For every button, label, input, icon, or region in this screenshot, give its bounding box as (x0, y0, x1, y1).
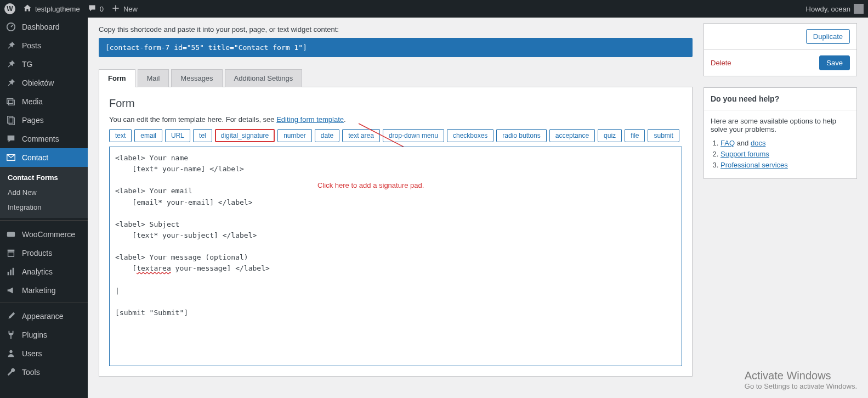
support-forums-link[interactable]: Support forums (721, 150, 769, 158)
sidebar-subitem-integration[interactable]: Integration (0, 200, 88, 215)
sidebar-item-label: Media (22, 97, 43, 106)
sidebar-subitem-add-new[interactable]: Add New (0, 185, 88, 200)
sidebar-item-label: Posts (22, 41, 41, 50)
avatar-icon (854, 4, 864, 14)
tag-button-text[interactable]: text (109, 129, 132, 142)
pin-icon (5, 41, 16, 51)
sidebar-item-users[interactable]: Users (0, 344, 88, 363)
panel-title: Form (109, 97, 682, 110)
editing-template-link[interactable]: Editing form template (276, 115, 344, 124)
my-account-link[interactable]: Howdy, ocean (806, 4, 864, 14)
tag-button-digital-signature[interactable]: digital_signature (215, 129, 275, 142)
sidebar-item-label: Contact (22, 153, 48, 162)
archive-icon (5, 248, 16, 258)
wp-logo-menu[interactable]: W (4, 3, 15, 14)
woo-icon (5, 229, 16, 239)
svg-rect-10 (10, 270, 12, 275)
svg-rect-11 (13, 268, 14, 276)
tag-button-submit[interactable]: submit (648, 129, 679, 142)
faq-link[interactable]: FAQ (721, 139, 735, 147)
sidebar-item-label: Plugins (22, 330, 47, 339)
site-name-label: testplugtheme (35, 5, 80, 13)
media-icon (5, 97, 16, 106)
panel-desc-text: You can edit the form template here. For… (109, 115, 276, 124)
sidebar-item-label: Analytics (22, 267, 53, 276)
tag-button-date[interactable]: date (315, 129, 339, 142)
docs-link[interactable]: docs (751, 139, 765, 147)
tab-mail[interactable]: Mail (138, 69, 169, 87)
svg-rect-3 (8, 116, 13, 124)
sidebar-item-label: Pages (22, 116, 44, 125)
sidebar-item-label: Tools (22, 368, 40, 377)
duplicate-button[interactable]: Duplicate (806, 29, 850, 44)
tag-button-email[interactable]: email (134, 129, 162, 142)
sidebar-item-label: WooCommerce (22, 230, 75, 239)
sidebar-item-label: TG (22, 60, 32, 69)
form-panel: Form You can edit the form template here… (99, 87, 693, 377)
plug-icon (5, 330, 16, 340)
tag-button-quiz[interactable]: quiz (598, 129, 622, 142)
comment-icon (5, 134, 16, 144)
tag-button-number[interactable]: number (277, 129, 312, 142)
tag-button-radio-buttons[interactable]: radio buttons (496, 129, 546, 142)
sidebar-item-comments[interactable]: Comments (0, 130, 88, 148)
svg-rect-7 (8, 250, 15, 252)
sidebar-item-products[interactable]: Products (0, 244, 88, 262)
shortcode-intro: Copy this shortcode and paste it into yo… (99, 25, 693, 33)
svg-rect-4 (9, 118, 14, 125)
tag-button-tel[interactable]: tel (193, 129, 212, 142)
sidebar-item-pages[interactable]: Pages (0, 111, 88, 130)
professional-services-link[interactable]: Professional services (721, 161, 788, 169)
brush-icon (5, 311, 16, 321)
sidebar-subitem-contact-forms[interactable]: Contact Forms (0, 170, 88, 185)
tag-button-drop-down-menu[interactable]: drop-down menu (383, 129, 444, 142)
save-button[interactable]: Save (819, 55, 850, 70)
tag-button-acceptance[interactable]: acceptance (549, 129, 595, 142)
shortcode-box[interactable]: [contact-form-7 id="55" title="Contact f… (99, 38, 693, 57)
svg-rect-8 (8, 252, 14, 256)
sidebar-item-marketing[interactable]: Marketing (0, 281, 88, 300)
sidebar-item-plugins[interactable]: Plugins (0, 326, 88, 344)
sidebar-item-label: Users (22, 349, 42, 358)
tag-button-checkboxes[interactable]: checkboxes (447, 129, 493, 142)
wordpress-icon: W (4, 3, 15, 14)
sidebar-item-dashboard[interactable]: Dashboard (0, 18, 88, 36)
delete-link[interactable]: Delete (711, 59, 731, 67)
sidebar-item-label: Comments (22, 134, 59, 143)
help-item-2: Support forums (721, 150, 850, 158)
tag-button-file[interactable]: file (625, 129, 645, 142)
sidebar-item-analytics[interactable]: Analytics (0, 262, 88, 281)
sidebar-item-label: Dashboard (22, 23, 60, 31)
sidebar-item-appearance[interactable]: Appearance (0, 307, 88, 326)
sidebar-item-label: Marketing (22, 286, 55, 295)
comments-link[interactable]: 0 (88, 4, 104, 14)
sidebar-item-label: Obiektów (22, 79, 54, 87)
admin-toolbar: W testplugtheme 0 New Howdy, ocean (0, 0, 868, 18)
megaphone-icon (5, 285, 16, 295)
tab-additional-settings[interactable]: Additional Settings (225, 69, 303, 87)
pin-icon (5, 78, 16, 88)
tag-button-text-area[interactable]: text area (342, 129, 380, 142)
svg-rect-6 (7, 232, 15, 237)
tab-form[interactable]: Form (99, 69, 135, 87)
form-template-textarea[interactable]: <label> Your name [text* your-name] </la… (109, 147, 682, 366)
plus-icon (111, 4, 120, 14)
sidebar-item-woocommerce[interactable]: WooCommerce (0, 225, 88, 244)
sidebar-item-media[interactable]: Media (0, 92, 88, 111)
sidebar-item-tools[interactable]: Tools (0, 363, 88, 382)
tag-button-url[interactable]: URL (165, 129, 190, 142)
sidebar-item-posts[interactable]: Posts (0, 36, 88, 55)
pages-icon (5, 115, 16, 125)
sidebar-item-contact[interactable]: Contact (0, 148, 88, 167)
tab-messages[interactable]: Messages (171, 69, 222, 87)
mail-icon (5, 153, 16, 162)
panel-description: You can edit the form template here. For… (109, 115, 682, 124)
new-content-link[interactable]: New (111, 4, 138, 14)
help-intro: Here are some available options to help … (711, 117, 850, 133)
svg-rect-9 (8, 272, 9, 275)
site-name-link[interactable]: testplugtheme (23, 4, 80, 14)
sidebar-item-obiektów[interactable]: Obiektów (0, 74, 88, 92)
svg-rect-2 (9, 100, 15, 105)
svg-rect-1 (7, 99, 13, 104)
sidebar-item-tg[interactable]: TG (0, 55, 88, 74)
